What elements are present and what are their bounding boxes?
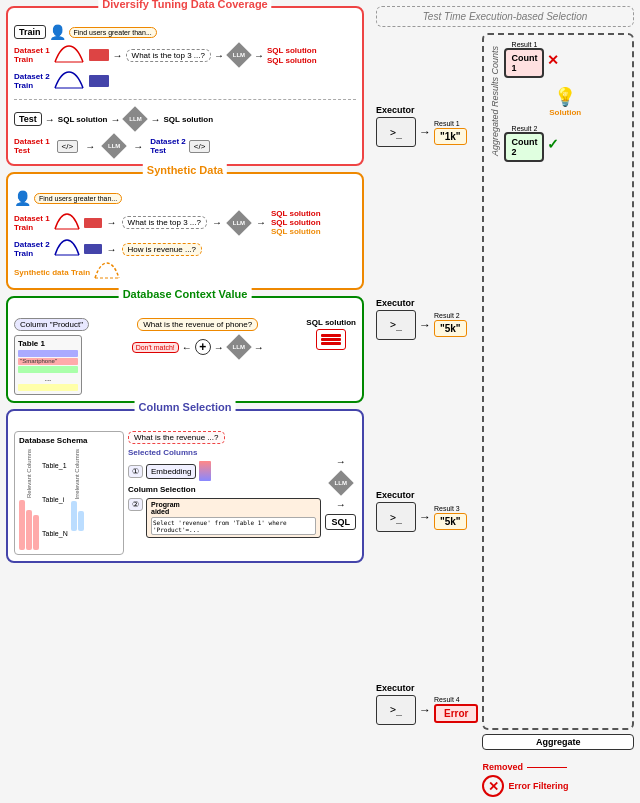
executor4-block: Executor >_ → Result 4 Error	[376, 683, 478, 725]
terminal-icon3: >_	[390, 512, 402, 523]
dashed-counts-box: Aggregated Results Counts Result 1 Count…	[482, 33, 634, 730]
solution-area: 💡 Solution	[504, 86, 626, 117]
s2-what-bubble: What is the top 3 ...?	[122, 216, 207, 229]
bell-curve1	[53, 44, 85, 66]
smartphone-val: "Smartphone"	[20, 358, 57, 364]
result3-box: "5k"	[434, 513, 467, 530]
right-main-area: Executor >_ → Result 1 "1k" Executor	[376, 33, 634, 797]
sql-docs1: SQL solution SQL solution	[267, 46, 317, 65]
error-filter-row: ✕ Error Filtering	[482, 775, 568, 797]
s3-middle: What is the revenue of phone? Don't matc…	[93, 318, 302, 359]
table-visual2	[89, 75, 109, 87]
table1-label: Table 1	[18, 339, 78, 348]
result1-sub-label: Result 1	[512, 41, 538, 48]
section1-content: Train 👤 Find users greater than... Datas…	[14, 24, 356, 158]
s3-left: Column "Product" Table 1 "Smartphone" ..…	[14, 318, 89, 395]
doc-line1	[321, 334, 341, 337]
s4-sql-label: SQL	[331, 517, 350, 527]
executor3-block: Executor >_ → Result 3 "5k"	[376, 490, 478, 532]
s4-right: → LLM → SQL	[325, 431, 356, 555]
right-panel: Test Time Execution-based Selection Exec…	[370, 0, 640, 803]
section1-title: Diversify Tuning Data Coverage	[98, 0, 271, 10]
ex2-arrow: →	[419, 318, 431, 332]
left-panel: Diversify Tuning Data Coverage Train 👤 F…	[0, 0, 370, 803]
dont-match: Don't match!	[132, 342, 179, 353]
executor1-block: Executor >_ → Result 1 "1k"	[376, 105, 478, 147]
table-rows: "Smartphone" ...	[18, 350, 78, 391]
ex2-results: Result 2 "5k"	[434, 312, 467, 337]
irrelevant-cols: Irrelevant Columns	[71, 449, 84, 550]
relevant-strips	[19, 500, 39, 550]
count-items: Result 1 Count1 ✕ 💡 Solution	[504, 41, 626, 162]
count1-text: Count1	[511, 53, 537, 73]
error-section: Removed ✕ Error Filtering	[482, 762, 634, 797]
result1-count-row: Result 1 Count1 ✕	[504, 41, 626, 78]
section3-title: Database Context Value	[119, 288, 252, 300]
solution-label: Solution	[549, 108, 581, 117]
section-db-context: Database Context Value Column "Product" …	[6, 296, 364, 403]
bell-curve2	[53, 70, 85, 92]
arrow2: →	[214, 50, 224, 61]
row1	[18, 350, 78, 357]
result2-count-group: Result 2 Count2	[504, 125, 544, 162]
section-synthetic: Synthetic Data 👤 Find users greater than…	[6, 172, 364, 290]
s2-row3: Dataset 2Train → How is revenue ...?	[14, 239, 356, 259]
row3	[18, 366, 78, 373]
embed-bar	[199, 461, 211, 481]
person-icon2: 👤	[14, 190, 31, 206]
train-tag: Train	[14, 25, 46, 39]
llm-box1: LLM	[227, 43, 251, 67]
arrow-dt2: →	[133, 141, 143, 152]
s4-sql-box: SQL	[325, 514, 356, 530]
executor3-label: Executor	[376, 490, 415, 500]
dataset2-train-row: Dataset 2Train	[14, 70, 356, 92]
arrow-test2: →	[110, 114, 120, 125]
removed-row: Removed	[482, 762, 567, 772]
sql-note: SQL solution	[58, 115, 108, 124]
llm-box-test: LLM	[123, 107, 147, 131]
result2-sub-label: Result 2	[512, 125, 538, 132]
plus-circle1: +	[195, 339, 211, 355]
s4-llm: LLM	[329, 471, 353, 495]
s2-llm-label: LLM	[233, 220, 245, 226]
section-column-selection: Column Selection Database Schema Relevan…	[6, 409, 364, 563]
table-visual1	[89, 49, 109, 61]
s2-sql1: SQL solution	[271, 209, 321, 218]
code-bracket1: </>	[57, 140, 79, 153]
llm-label1: LLM	[233, 52, 245, 58]
s2-arrow4: →	[107, 244, 117, 255]
relevant-label: Relevant Columns	[26, 449, 32, 498]
count2-box: Count2	[504, 132, 544, 162]
s2-sql2: SQL solution	[271, 218, 321, 227]
executor4-label: Executor	[376, 683, 415, 693]
terminal-icon1: >_	[390, 127, 402, 138]
dataset1-train-label: Dataset 1Train	[14, 46, 50, 64]
ex3-results: Result 3 "5k"	[434, 505, 467, 530]
result4-error-box: Error	[434, 704, 478, 723]
s4-llm-label: LLM	[335, 480, 347, 486]
db-schema-box: Database Schema Relevant Columns Table_1	[14, 431, 124, 555]
dataset1-test: Dataset 1Test	[14, 137, 50, 155]
s2-arrow3: →	[256, 217, 266, 228]
s4-arrow: →	[336, 456, 346, 467]
s3-llm-label: LLM	[233, 344, 245, 350]
result2-count-row: Result 2 Count2 ✓	[504, 125, 626, 162]
check-mark1: ✓	[547, 136, 559, 152]
ex2-result-label: Result 2	[434, 312, 460, 319]
col-selection-label: Column Selection	[128, 485, 321, 494]
section3-content: Column "Product" Table 1 "Smartphone" ..…	[14, 318, 356, 395]
aggregated-label-row: Aggregated Results Counts Result 1 Count…	[490, 41, 626, 162]
x-mark1: ✕	[547, 52, 559, 68]
s3-arrows: Don't match! ← + → LLM →	[132, 335, 264, 359]
s3-arrow1: ←	[182, 342, 192, 353]
strip-i2	[78, 511, 84, 531]
count2-text: Count2	[511, 137, 537, 157]
strip-r2	[26, 510, 32, 550]
dataset2-test: Dataset 2Test	[150, 137, 186, 155]
dots: ...	[18, 374, 78, 383]
s4-arrow2: →	[336, 499, 346, 510]
s2-how-bubble: How is revenue ...?	[122, 243, 202, 256]
embedding-box: Embedding	[146, 464, 196, 479]
llm-box-ds: LLM	[102, 134, 126, 158]
removed-dashed-line	[527, 767, 567, 768]
